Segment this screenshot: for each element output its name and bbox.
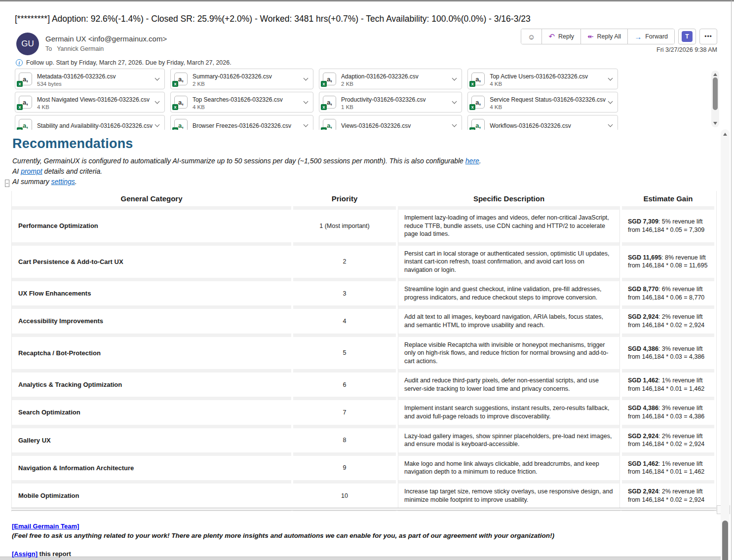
- chevron-down-icon[interactable]: [155, 122, 159, 127]
- table-cell-gain: SGD 4,386: 3% revenue lift from 146,184 …: [622, 337, 714, 373]
- chevron-down-icon[interactable]: [452, 76, 457, 81]
- attachment-name: Adaption-031626-032326.csv: [341, 73, 419, 80]
- attachment-name: Browser Freezes-031626-032326.csv: [193, 122, 291, 129]
- table-cell-gain: SGD 4,386: 3% revenue lift from 146,184 …: [622, 400, 714, 428]
- csv-letter: a,: [327, 99, 332, 106]
- chevron-down-icon[interactable]: [304, 99, 309, 104]
- chevron-down-icon[interactable]: [304, 122, 309, 127]
- assign-link[interactable]: [Assign]: [12, 550, 38, 558]
- table-cell-gain: SGD 1,462: 1% revenue lift from 146,184 …: [622, 456, 714, 484]
- forward-label: Forward: [645, 33, 668, 40]
- chevron-down-icon[interactable]: [155, 76, 159, 81]
- reply-button-group: ☺ ↶Reply ↞Reply All →Forward: [521, 29, 675, 44]
- avatar[interactable]: GU: [16, 33, 39, 55]
- table-cell-category: Accessibility Improvements: [12, 309, 291, 336]
- share-to-teams-button[interactable]: T: [678, 29, 696, 44]
- csv-file-icon: a,x: [19, 96, 32, 109]
- excel-badge-icon: x: [17, 81, 23, 87]
- attachment-chip[interactable]: a,x Top Active Users-031626-032326.csv4 …: [467, 69, 618, 89]
- ai-summary-config-paragraph: Currently, GermainUX is configured to au…: [12, 156, 717, 166]
- attachment-chip[interactable]: a,x Productivity-031626-032326.csv1 KB: [319, 92, 462, 112]
- scroll-up-icon[interactable]: [723, 133, 727, 136]
- recipient-name[interactable]: Yannick Germain: [57, 45, 104, 52]
- csv-file-icon: a,x: [174, 73, 188, 85]
- forward-button[interactable]: →Forward: [627, 29, 674, 44]
- table-cell-gain: SGD 2,924: 2% revenue lift from 146,184 …: [622, 484, 714, 511]
- attachment-name: Productivity-031626-032326.csv: [341, 96, 425, 103]
- forward-arrow-icon: →: [634, 33, 642, 41]
- table-cell-description: Streamline login and guest checkout, inl…: [398, 281, 620, 309]
- reply-all-arrow-icon: ↞: [587, 32, 594, 41]
- table-cell-gain: SGD 1,462: 1% revenue lift from 146,184 …: [622, 373, 714, 400]
- main-vertical-scrollbar[interactable]: [721, 129, 730, 560]
- scroll-up-icon[interactable]: [713, 73, 717, 76]
- attachment-chip[interactable]: a,x Workflows-031626-032326.csv: [467, 115, 618, 130]
- attachment-chip[interactable]: a,x Views-031626-032326.csv: [319, 115, 462, 130]
- csv-letter: a,: [23, 75, 28, 83]
- attachment-chip[interactable]: a,x Service Request Status-031626-032326…: [467, 92, 618, 112]
- chevron-down-icon[interactable]: [452, 122, 457, 127]
- more-icon: •••: [704, 33, 712, 40]
- table-cell-gain: SGD 8,770: 6% revenue lift from 146,184 …: [622, 281, 714, 309]
- attachment-chip[interactable]: a,x Summary-031626-032326.csv2 KB: [170, 69, 313, 89]
- smiley-icon: ☺: [528, 33, 535, 41]
- to-label: To: [45, 45, 52, 52]
- table-cell-gain: SGD 2,924: 2% revenue lift from 146,184 …: [622, 428, 714, 456]
- attachment-chip[interactable]: a,x Most Navigated Views-031626-032326.c…: [15, 92, 165, 112]
- attachment-chip[interactable]: a,x Stability and Availability-031626-03…: [15, 115, 165, 130]
- scrollbar-thumb[interactable]: [713, 77, 718, 110]
- column-header-estimate-gain: Estimate Gain: [622, 191, 714, 210]
- attachment-name: Summary-031626-032326.csv: [193, 73, 272, 80]
- csv-letter: a,: [23, 99, 28, 106]
- attachment-chip[interactable]: a,x Adaption-031626-032326.csv2 KB: [319, 69, 462, 89]
- table-cell-category: Analytics & Tracking Optimization: [12, 373, 291, 400]
- chevron-down-icon[interactable]: [452, 99, 457, 104]
- sender-name[interactable]: Germain UX <info@germainux.com>: [45, 35, 167, 43]
- chevron-down-icon[interactable]: [608, 99, 613, 104]
- attachment-name: Most Navigated Views-031626-032326.csv: [37, 96, 150, 103]
- reply-all-button[interactable]: ↞Reply All: [580, 29, 627, 44]
- attachment-scrollbar[interactable]: [711, 71, 719, 127]
- scroll-down-icon[interactable]: [713, 122, 717, 125]
- here-link[interactable]: here: [465, 157, 479, 165]
- ai-settings-paragraph: AI summary settings.: [12, 177, 717, 187]
- table-cell-gain: SGD 11,695: 8% revenue lift from 146,184…: [622, 246, 714, 282]
- table-horizontal-scrollbar[interactable]: [11, 508, 716, 511]
- excel-badge-icon: x: [469, 127, 475, 130]
- more-actions-button[interactable]: •••: [699, 29, 717, 44]
- info-icon: i: [16, 59, 23, 66]
- table-cell-category: Recaptcha / Bot-Protection: [12, 337, 291, 373]
- prompt-link[interactable]: prompt: [21, 167, 42, 175]
- table-cell-category: Performance Optimization: [12, 210, 291, 246]
- email-germain-team-link[interactable]: [Email Germain Team]: [12, 523, 79, 530]
- chevron-down-icon[interactable]: [608, 76, 613, 81]
- chevron-down-icon[interactable]: [155, 99, 159, 104]
- excel-badge-icon: x: [469, 104, 475, 110]
- attachment-chip[interactable]: a,x Metadata-031626-032326.csv534 bytes: [15, 69, 165, 89]
- ai-prompt-paragraph: AI prompt details and criteria.: [12, 166, 717, 177]
- attachment-chip[interactable]: a,x Top Searches-031626-032326.csv4 KB: [170, 92, 313, 112]
- email-body: Recommendations Currently, GermainUX is …: [11, 136, 717, 512]
- window-top-edge: [0, 0, 734, 1]
- email-footer: [Email Germain Team] (Feel free to ask u…: [12, 522, 703, 558]
- reply-button[interactable]: ↶Reply: [541, 29, 580, 44]
- teams-icon: T: [682, 31, 693, 42]
- chevron-down-icon[interactable]: [304, 76, 309, 81]
- settings-link[interactable]: settings: [51, 178, 75, 186]
- splitter-handle-icon[interactable]: [5, 180, 9, 187]
- attachment-name: Service Request Status-031626-032326.csv: [490, 96, 606, 103]
- csv-letter: a,: [475, 99, 481, 106]
- csv-letter: a,: [178, 75, 184, 83]
- chevron-down-icon[interactable]: [608, 122, 613, 127]
- attachment-chip[interactable]: a,x Browser Freezes-031626-032326.csv: [170, 115, 313, 130]
- emoji-reaction-button[interactable]: ☺: [521, 29, 541, 44]
- window-right-edge: [731, 0, 732, 560]
- excel-badge-icon: x: [172, 81, 178, 87]
- scrollbar-thumb[interactable]: [722, 521, 728, 560]
- attachment-size: 534 bytes: [37, 81, 153, 87]
- assign-rest: this report: [38, 550, 71, 558]
- excel-badge-icon: x: [321, 81, 327, 87]
- column-header-general-category: General Category: [12, 191, 291, 210]
- attachment-size: 4 KB: [193, 104, 301, 110]
- csv-letter: a,: [327, 75, 332, 83]
